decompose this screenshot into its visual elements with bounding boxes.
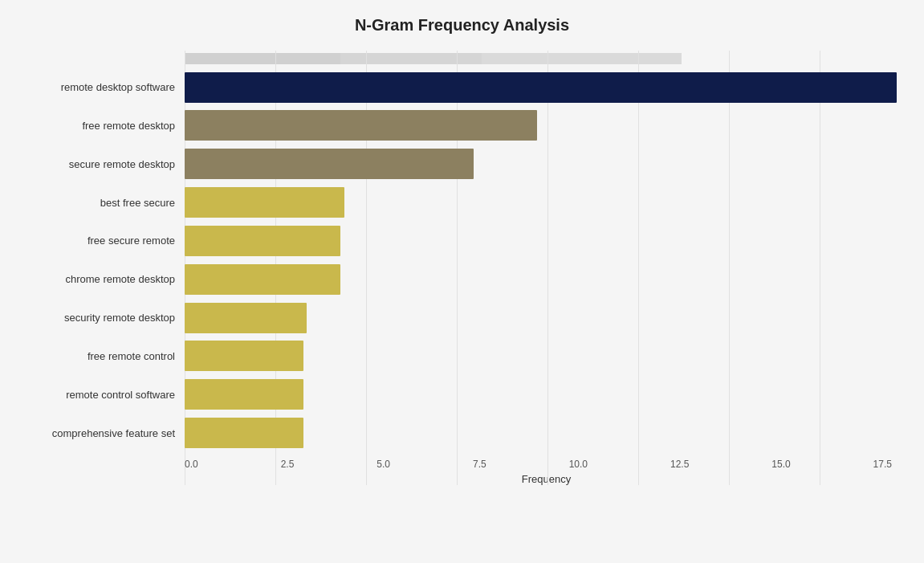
x-tick: 5.0	[377, 459, 390, 470]
bar	[185, 341, 303, 371]
bar-track	[185, 417, 908, 449]
bar-label: free remote desktop	[16, 120, 185, 132]
bar-track	[185, 263, 908, 296]
x-axis: 0.02.55.07.510.012.515.017.5	[185, 459, 892, 470]
bar-track	[185, 148, 908, 180]
x-tick: 7.5	[473, 459, 486, 470]
bar-row: free secure remote	[16, 222, 908, 260]
bar-row: remote desktop software	[16, 68, 908, 107]
bar	[185, 418, 303, 448]
x-tick: 17.5	[873, 459, 892, 470]
bar-row: chrome remote desktop	[16, 260, 908, 299]
bar	[185, 226, 340, 256]
bar-row: secure remote desktop	[16, 145, 908, 183]
bar-label: remote control software	[16, 389, 185, 401]
chart-area: remote desktop softwarefree remote deskt…	[16, 51, 908, 485]
bar-track	[185, 225, 908, 257]
x-tick: 0.0	[185, 459, 198, 470]
bar-row: free remote control	[16, 337, 908, 375]
bar	[185, 187, 344, 218]
bar-label: secure remote desktop	[16, 158, 185, 170]
bar-track	[185, 110, 908, 142]
x-tick: 10.0	[569, 459, 588, 470]
bar-row: security remote desktop	[16, 299, 908, 337]
bar-track	[185, 71, 908, 104]
bar-label: free remote control	[16, 350, 185, 362]
bar-track	[185, 302, 908, 334]
bar-track	[185, 340, 908, 372]
bar-label: free secure remote	[16, 235, 185, 247]
bar	[185, 110, 537, 141]
bar-row: comprehensive feature set	[16, 414, 908, 452]
bar-label: comprehensive feature set	[16, 427, 185, 439]
bars-section: remote desktop softwarefree remote deskt…	[16, 68, 908, 452]
bar-row: remote control software	[16, 375, 908, 414]
bar-row: best free secure	[16, 183, 908, 222]
bar-label: security remote desktop	[16, 312, 185, 324]
bar-track	[185, 378, 908, 410]
bar-label: best free secure	[16, 197, 185, 209]
bar	[185, 303, 307, 333]
x-tick: 2.5	[281, 459, 295, 470]
bar	[185, 264, 340, 295]
bar-row: free remote desktop	[16, 107, 908, 145]
bar	[185, 379, 303, 410]
x-tick: 12.5	[670, 459, 689, 470]
chart-container: N-Gram Frequency Analysis remote desktop…	[0, 0, 924, 563]
bar	[185, 72, 897, 103]
chart-title: N-Gram Frequency Analysis	[16, 16, 908, 35]
x-tick: 15.0	[771, 459, 790, 470]
bar	[185, 149, 474, 179]
bar-track	[185, 186, 908, 218]
bar-label: remote desktop software	[16, 81, 185, 93]
bar-label: chrome remote desktop	[16, 273, 185, 285]
